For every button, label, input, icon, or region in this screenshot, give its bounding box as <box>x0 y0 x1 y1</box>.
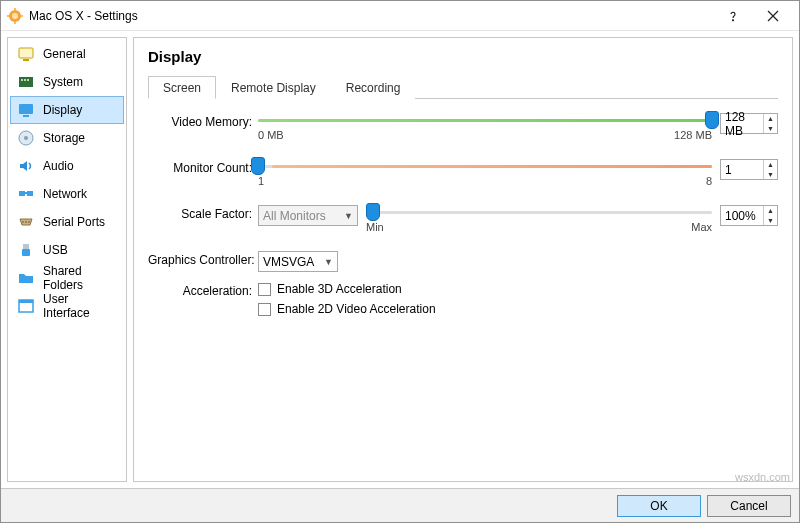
svg-point-22 <box>22 221 24 223</box>
checkbox-row-2d[interactable]: Enable 2D Video Acceleration <box>258 302 770 316</box>
usb-icon <box>17 241 35 259</box>
sidebar-item-display[interactable]: Display <box>10 96 124 124</box>
monitor-count-min: 1 <box>258 175 264 187</box>
monitor-count-value: 1 <box>721 163 763 177</box>
slider-monitor-count[interactable] <box>258 159 712 173</box>
svg-rect-25 <box>23 244 29 249</box>
video-memory-min: 0 MB <box>258 129 284 141</box>
footer: OK Cancel <box>1 488 799 522</box>
row-monitor-count: Monitor Count: 1 8 1 <box>148 159 778 187</box>
svg-rect-28 <box>19 300 33 303</box>
sidebar-item-audio[interactable]: Audio <box>10 152 124 180</box>
close-button[interactable] <box>753 2 793 30</box>
row-video-memory: Video Memory: 0 MB 128 MB 128 <box>148 113 778 141</box>
chevron-down-icon: ▼ <box>324 257 333 267</box>
scale-factor-value: 100% <box>721 209 763 223</box>
dropdown-graphics-controller[interactable]: VMSVGA ▼ <box>258 251 338 272</box>
checkbox-enable-2d[interactable] <box>258 303 271 316</box>
monitor-count-max: 8 <box>706 175 712 187</box>
sidebar-item-storage[interactable]: Storage <box>10 124 124 152</box>
page-title: Display <box>148 48 778 65</box>
row-graphics-controller: Graphics Controller: VMSVGA ▼ <box>148 251 778 272</box>
svg-rect-20 <box>27 191 33 196</box>
sidebar-item-serial-ports[interactable]: Serial Ports <box>10 208 124 236</box>
svg-rect-14 <box>27 79 29 81</box>
sidebar-item-system[interactable]: System <box>10 68 124 96</box>
svg-point-1 <box>12 13 18 19</box>
svg-rect-26 <box>22 249 30 256</box>
slider-thumb-scale-factor[interactable] <box>366 203 380 221</box>
dropdown-scale-scope[interactable]: All Monitors ▼ <box>258 205 358 226</box>
svg-rect-10 <box>23 59 29 61</box>
checkbox-row-3d[interactable]: Enable 3D Acceleration <box>258 282 770 296</box>
spinbox-monitor-count[interactable]: 1 ▲▼ <box>720 159 778 180</box>
svg-rect-19 <box>19 191 25 196</box>
titlebar: Mac OS X - Settings <box>1 1 799 31</box>
slider-thumb-video-memory[interactable] <box>705 111 719 129</box>
label-video-memory: Video Memory: <box>148 113 258 129</box>
label-monitor-count: Monitor Count: <box>148 159 258 175</box>
sidebar-item-user-interface[interactable]: User Interface <box>10 292 124 320</box>
ok-button[interactable]: OK <box>617 495 701 517</box>
general-icon <box>17 45 35 63</box>
sidebar-label-audio: Audio <box>43 159 74 173</box>
scale-min: Min <box>366 221 384 233</box>
sidebar-item-shared-folders[interactable]: Shared Folders <box>10 264 124 292</box>
row-acceleration: Acceleration: Enable 3D Acceleration Ena… <box>148 282 778 322</box>
tab-recording[interactable]: Recording <box>331 76 416 99</box>
spinbox-scale-factor[interactable]: 100% ▲▼ <box>720 205 778 226</box>
sidebar-label-storage: Storage <box>43 131 85 145</box>
checkbox-enable-3d[interactable] <box>258 283 271 296</box>
sidebar-label-system: System <box>43 75 83 89</box>
sidebar-item-network[interactable]: Network <box>10 180 124 208</box>
svg-point-24 <box>28 221 30 223</box>
label-scale-factor: Scale Factor: <box>148 205 258 221</box>
sidebar-label-shared-folders: Shared Folders <box>43 264 117 292</box>
cancel-button[interactable]: Cancel <box>707 495 791 517</box>
label-enable-3d: Enable 3D Acceleration <box>277 282 402 296</box>
audio-icon <box>17 157 35 175</box>
spinner-arrows-icon[interactable]: ▲▼ <box>763 160 777 179</box>
sidebar-label-serial-ports: Serial Ports <box>43 215 105 229</box>
sidebar: General System Display Storage Audio Net… <box>7 37 127 482</box>
svg-rect-12 <box>21 79 23 81</box>
svg-rect-11 <box>19 77 33 87</box>
svg-rect-9 <box>19 48 33 58</box>
spinbox-video-memory[interactable]: 128 MB ▲▼ <box>720 113 778 134</box>
sidebar-item-general[interactable]: General <box>10 40 124 68</box>
row-scale-factor: Scale Factor: All Monitors ▼ <box>148 205 778 233</box>
app-icon <box>7 8 23 24</box>
svg-rect-16 <box>23 115 29 117</box>
tab-screen[interactable]: Screen <box>148 76 216 99</box>
sidebar-item-usb[interactable]: USB <box>10 236 124 264</box>
slider-scale-factor[interactable] <box>366 205 712 219</box>
chevron-down-icon: ▼ <box>344 211 353 221</box>
watermark: wsxdn.com <box>735 471 790 483</box>
sidebar-label-usb: USB <box>43 243 68 257</box>
svg-point-23 <box>25 221 27 223</box>
graphics-controller-value: VMSVGA <box>263 255 320 269</box>
spinner-arrows-icon[interactable]: ▲▼ <box>763 206 777 225</box>
sidebar-label-general: General <box>43 47 86 61</box>
main-pane: Display Screen Remote Display Recording … <box>133 37 793 482</box>
sidebar-label-display: Display <box>43 103 82 117</box>
svg-rect-13 <box>24 79 26 81</box>
user-interface-icon <box>17 297 35 315</box>
svg-rect-15 <box>19 104 33 114</box>
storage-icon <box>17 129 35 147</box>
settings-window: Mac OS X - Settings General System Displ… <box>0 0 800 523</box>
serial-ports-icon <box>17 213 35 231</box>
label-graphics-controller: Graphics Controller: <box>148 251 258 267</box>
slider-video-memory[interactable] <box>258 113 712 127</box>
sidebar-label-network: Network <box>43 187 87 201</box>
video-memory-max: 128 MB <box>674 129 712 141</box>
svg-point-6 <box>733 19 734 20</box>
tab-remote-display[interactable]: Remote Display <box>216 76 331 99</box>
spinner-arrows-icon[interactable]: ▲▼ <box>763 114 777 133</box>
slider-thumb-monitor-count[interactable] <box>251 157 265 175</box>
scale-scope-value: All Monitors <box>263 209 340 223</box>
system-icon <box>17 73 35 91</box>
body: General System Display Storage Audio Net… <box>1 31 799 488</box>
help-button[interactable] <box>713 2 753 30</box>
shared-folders-icon <box>17 269 35 287</box>
